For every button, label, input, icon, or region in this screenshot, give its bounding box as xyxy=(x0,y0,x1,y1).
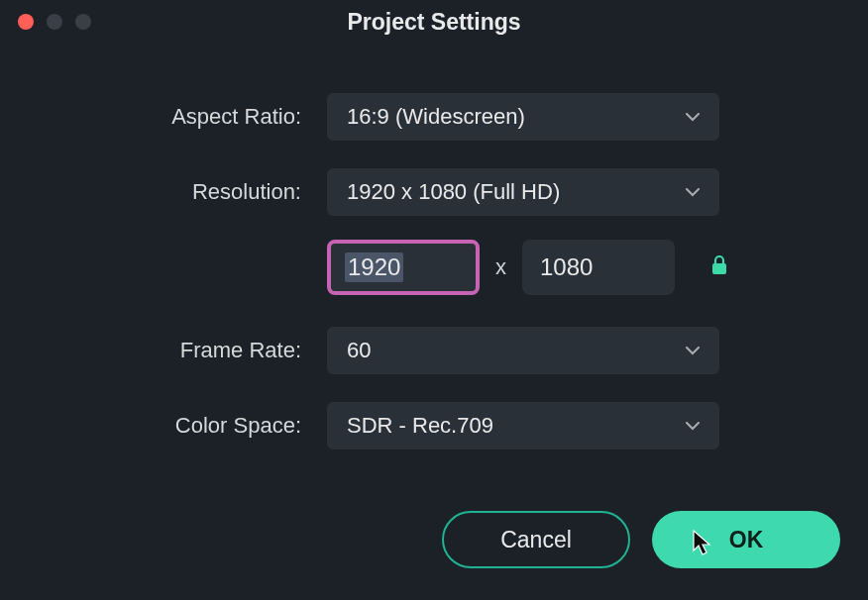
frame-rate-value: 60 xyxy=(347,338,371,363)
aspect-ratio-label: Aspect Ratio: xyxy=(40,104,327,130)
resolution-row: Resolution: 1920 x 1080 (Full HD) xyxy=(40,168,828,216)
close-window-button[interactable] xyxy=(18,14,34,30)
resolution-value: 1920 x 1080 (Full HD) xyxy=(347,179,560,205)
settings-content: Aspect Ratio: 16:9 (Widescreen) Resoluti… xyxy=(0,44,868,450)
cancel-button[interactable]: Cancel xyxy=(442,511,630,568)
chevron-down-icon xyxy=(686,185,700,199)
cancel-button-label: Cancel xyxy=(500,527,572,553)
svg-rect-0 xyxy=(712,263,726,274)
resolution-label: Resolution: xyxy=(40,179,327,205)
resolution-height-value: 1080 xyxy=(540,253,593,281)
window-title: Project Settings xyxy=(0,9,868,36)
titlebar: Project Settings xyxy=(0,0,868,44)
maximize-window-button[interactable] xyxy=(75,14,91,30)
color-space-value: SDR - Rec.709 xyxy=(347,413,493,439)
chevron-down-icon xyxy=(686,110,700,124)
traffic-lights xyxy=(0,14,91,30)
resolution-width-input[interactable]: 1920 xyxy=(327,240,480,295)
chevron-down-icon xyxy=(686,419,700,433)
resolution-dropdown[interactable]: 1920 x 1080 (Full HD) xyxy=(327,168,719,216)
dialog-buttons: Cancel OK xyxy=(442,511,840,568)
resolution-width-value: 1920 xyxy=(345,252,403,282)
color-space-dropdown[interactable]: SDR - Rec.709 xyxy=(327,402,719,450)
color-space-label: Color Space: xyxy=(40,413,327,439)
aspect-ratio-dropdown[interactable]: 16:9 (Widescreen) xyxy=(327,93,719,141)
resolution-separator: x xyxy=(491,254,510,280)
chevron-down-icon xyxy=(686,344,700,357)
aspect-ratio-value: 16:9 (Widescreen) xyxy=(347,104,525,130)
resolution-inputs: 1920 x 1080 xyxy=(327,240,828,295)
aspect-ratio-row: Aspect Ratio: 16:9 (Widescreen) xyxy=(40,93,828,141)
frame-rate-dropdown[interactable]: 60 xyxy=(327,327,719,374)
color-space-row: Color Space: SDR - Rec.709 xyxy=(40,402,828,450)
frame-rate-row: Frame Rate: 60 xyxy=(40,327,828,374)
ok-button[interactable]: OK xyxy=(652,511,840,568)
resolution-height-input[interactable]: 1080 xyxy=(522,240,675,295)
lock-icon[interactable] xyxy=(710,254,728,280)
cursor-icon xyxy=(692,529,713,562)
ok-button-label: OK xyxy=(729,527,764,553)
minimize-window-button[interactable] xyxy=(47,14,62,30)
frame-rate-label: Frame Rate: xyxy=(40,338,327,363)
